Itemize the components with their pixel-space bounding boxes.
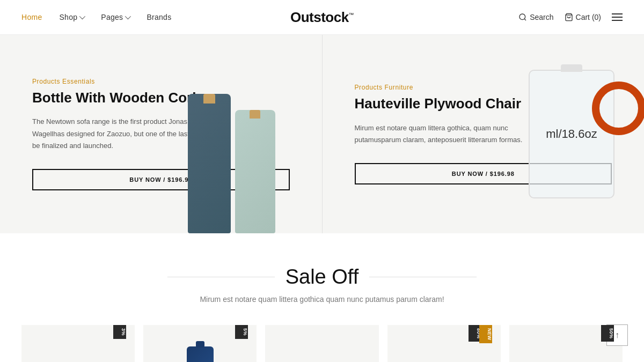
sale-section: Sale Off Mirum est notare quam littera g…: [0, 233, 644, 362]
chevron-down-icon: [125, 13, 131, 19]
product-card-4[interactable]: 80% NEW: [387, 325, 501, 362]
badge-2: 5%: [235, 325, 248, 339]
cart-button[interactable]: Cart (0): [565, 13, 601, 21]
hamburger-icon: [612, 13, 623, 21]
svg-line-1: [524, 19, 526, 20]
hero-1-desc: The Newtown sofa range is the first prod…: [32, 116, 204, 151]
search-icon: [518, 13, 527, 21]
bottle-light: [235, 110, 275, 233]
hero-panel-2: Products Furniture Hauteville Plywood Ch…: [323, 35, 645, 233]
hero-1-image: [188, 62, 311, 233]
badge-4-new: NEW: [479, 325, 492, 343]
badge-5: 50%: [601, 325, 614, 342]
water-jug: ml/18.6oz: [529, 70, 614, 198]
product-card-5[interactable]: 50%: [509, 325, 623, 362]
nav-right: Search Cart (0): [518, 13, 623, 21]
nav-brands[interactable]: Brands: [147, 13, 171, 21]
site-logo[interactable]: Outstock™: [290, 9, 354, 26]
sale-subtitle: Mirum est notare quam littera gothica qu…: [21, 295, 623, 304]
nav-left: Home Shop Pages Brands: [21, 13, 171, 21]
product-2-image: [187, 346, 214, 362]
hero-2-image: ml/18.6oz: [504, 59, 639, 209]
product-card-1[interactable]: 3%: [21, 325, 135, 362]
product-grid: 3% 5% 80% NEW: [21, 325, 623, 362]
product-card-3[interactable]: [265, 325, 378, 362]
hero-section: Products Essentials Bottle With Wooden C…: [0, 35, 644, 233]
jug-cap: [561, 64, 582, 72]
hero-panel-1: Products Essentials Bottle With Wooden C…: [0, 35, 323, 233]
nav-home[interactable]: Home: [21, 13, 42, 21]
scroll-top-arrow-icon: ↑: [615, 330, 619, 340]
menu-button[interactable]: [612, 13, 623, 21]
hero-2-desc: Mirum est notare quam littera gothica, q…: [355, 122, 526, 146]
sale-title: Sale Off: [286, 265, 359, 289]
nav-shop[interactable]: Shop: [59, 13, 84, 21]
badge-1: 3%: [113, 325, 126, 339]
search-button[interactable]: Search: [518, 13, 553, 21]
product-card-2[interactable]: 5%: [143, 325, 257, 362]
sale-title-row: Sale Off: [21, 265, 623, 289]
chevron-down-icon: [79, 13, 85, 19]
svg-point-0: [519, 14, 525, 20]
orange-coil-decoration: [592, 82, 644, 135]
navigation: Home Shop Pages Brands Outstock™ Search …: [0, 0, 644, 35]
cart-icon: [565, 13, 573, 21]
jug-label: ml/18.6oz: [546, 127, 597, 141]
bottle-dark: [188, 94, 231, 233]
nav-pages[interactable]: Pages: [101, 13, 129, 21]
sale-header: Sale Off Mirum est notare quam littera g…: [21, 265, 623, 304]
